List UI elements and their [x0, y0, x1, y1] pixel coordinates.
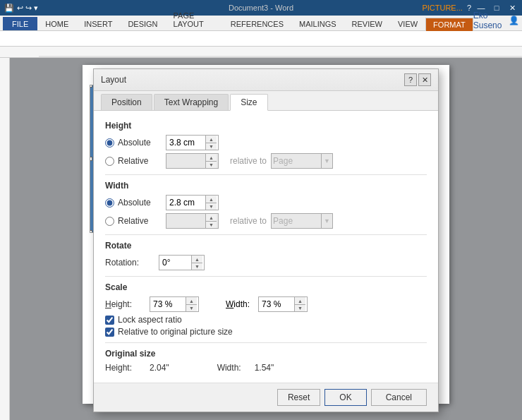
- tab-review[interactable]: REVIEW: [344, 17, 390, 30]
- original-size-row: Height: 2.04" Width: 1.54": [105, 363, 427, 373]
- ribbon-bar: [0, 31, 522, 47]
- dialog-controls: ? ✕: [404, 73, 431, 86]
- scale-h-down[interactable]: ▼: [186, 304, 197, 311]
- height-rel-spin-up: ▲: [206, 154, 217, 161]
- lock-aspect-checkbox[interactable]: [105, 316, 114, 325]
- orig-height-label: Height:: [105, 363, 144, 373]
- width-relative-to-label: relative to: [230, 216, 267, 226]
- original-size-title: Original size: [105, 349, 427, 359]
- width-page-select: Page: [272, 216, 321, 226]
- height-page-select: Page: [272, 156, 321, 166]
- ribbon-tabs: FILE HOME INSERT DESIGN PAGE LAYOUT REFE…: [0, 16, 522, 31]
- rotation-value[interactable]: [159, 257, 191, 268]
- scale-height-value[interactable]: [150, 299, 186, 310]
- height-spin-up[interactable]: ▲: [206, 136, 217, 143]
- ruler: [0, 47, 522, 58]
- height-relative-to-label: relative to: [230, 156, 267, 166]
- dialog-title-bar: Layout ? ✕: [94, 69, 438, 91]
- rotation-input[interactable]: ▲ ▼: [159, 255, 205, 270]
- height-select-arrow: ▼: [321, 154, 332, 168]
- help-btn[interactable]: ?: [467, 4, 471, 12]
- width-relative-label[interactable]: Relative: [105, 216, 162, 226]
- word-icon: 💾: [4, 4, 14, 13]
- scale-width-value[interactable]: [259, 299, 294, 310]
- rotation-row: Rotation: ▲ ▼: [105, 255, 427, 270]
- height-absolute-value[interactable]: [166, 137, 205, 148]
- width-spin-btns[interactable]: ▲ ▼: [205, 196, 217, 210]
- width-spin-up[interactable]: ▲: [206, 196, 217, 203]
- quick-access: ↩ ↪ ▾: [17, 4, 38, 13]
- lock-aspect-label[interactable]: Lock aspect ratio: [105, 315, 427, 325]
- scale-height-spin[interactable]: ▲ ▼: [186, 297, 197, 311]
- scale-w-up[interactable]: ▲: [295, 297, 305, 304]
- tab-view[interactable]: VIEW: [390, 17, 425, 30]
- rotate-section-title: Rotate: [105, 241, 427, 251]
- tab-text-wrapping[interactable]: Text Wrapping: [154, 94, 229, 110]
- dialog-help-btn[interactable]: ?: [404, 73, 417, 86]
- rotation-spin-btns[interactable]: ▲ ▼: [191, 256, 202, 270]
- width-absolute-row: Absolute ▲ ▼: [105, 195, 427, 210]
- user-avatar-icon: 👤: [509, 16, 519, 25]
- orig-width-label: Width:: [217, 363, 249, 373]
- relative-to-original-checkbox[interactable]: [105, 328, 114, 337]
- tab-design[interactable]: DESIGN: [120, 17, 165, 30]
- tab-file[interactable]: FILE: [3, 17, 37, 30]
- width-rel-spin-down: ▼: [206, 221, 217, 228]
- scale-height-label: Height:: [105, 299, 144, 309]
- height-spin-btns[interactable]: ▲ ▼: [205, 136, 217, 150]
- height-divider: [105, 174, 427, 175]
- width-section-title: Width: [105, 181, 427, 191]
- rotation-spin-up[interactable]: ▲: [192, 256, 202, 263]
- width-absolute-value[interactable]: [166, 197, 205, 208]
- scale-h-up[interactable]: ▲: [186, 297, 197, 304]
- height-relative-radio[interactable]: [105, 157, 114, 166]
- height-relative-spin: ▲ ▼: [205, 154, 217, 168]
- width-absolute-input[interactable]: ▲ ▼: [166, 195, 219, 210]
- scale-width-input[interactable]: ▲ ▼: [258, 296, 308, 312]
- layout-dialog: Layout ? ✕ Position Text Wrapping: [93, 68, 439, 412]
- cancel-button[interactable]: Cancel: [371, 389, 427, 406]
- rotation-label: Rotation:: [105, 258, 154, 268]
- width-relative-to-select: Page ▼: [271, 213, 333, 229]
- tab-insert[interactable]: INSERT: [76, 17, 120, 30]
- height-absolute-row: Absolute ▲ ▼: [105, 135, 427, 150]
- orig-width-value: 1.54": [255, 363, 274, 373]
- reset-button[interactable]: Reset: [277, 389, 320, 406]
- dialog-title: Layout: [101, 75, 126, 85]
- width-absolute-label[interactable]: Absolute: [105, 198, 162, 208]
- tab-home[interactable]: HOME: [37, 17, 76, 30]
- height-absolute-radio[interactable]: [105, 138, 114, 148]
- height-relative-label[interactable]: Relative: [105, 156, 162, 166]
- width-spin-down[interactable]: ▼: [206, 203, 217, 210]
- tab-mailings[interactable]: MAILINGS: [291, 17, 344, 30]
- ok-button[interactable]: OK: [324, 389, 366, 406]
- scale-section-title: Scale: [105, 282, 427, 292]
- scale-width-label: Width:: [226, 299, 250, 309]
- scale-width-spin[interactable]: ▲ ▼: [294, 297, 305, 311]
- scale-height-input[interactable]: ▲ ▼: [150, 296, 199, 312]
- tab-size[interactable]: Size: [230, 94, 267, 111]
- tab-format[interactable]: FORMAT: [425, 18, 473, 31]
- width-relative-radio[interactable]: [105, 217, 114, 226]
- height-spin-down[interactable]: ▼: [206, 143, 217, 150]
- width-rel-spin-up: ▲: [206, 214, 217, 221]
- height-absolute-label[interactable]: Absolute: [105, 138, 162, 148]
- width-relative-value: [166, 215, 205, 227]
- tab-references[interactable]: REFERENCES: [223, 17, 291, 30]
- rotation-spin-down[interactable]: ▼: [192, 263, 202, 270]
- tab-position[interactable]: Position: [101, 94, 152, 110]
- relative-to-original-label[interactable]: Relative to original picture size: [105, 327, 427, 337]
- dialog-tabs: Position Text Wrapping Size: [94, 91, 438, 111]
- dialog-footer: Reset OK Cancel: [94, 383, 438, 412]
- scale-row: Height: ▲ ▼ Width:: [105, 296, 427, 312]
- height-absolute-input[interactable]: ▲ ▼: [166, 135, 219, 150]
- height-relative-to-select: Page ▼: [271, 153, 333, 169]
- height-relative-value: [166, 155, 205, 167]
- doc-title: Document3 - Word: [229, 4, 293, 12]
- dialog-close-btn[interactable]: ✕: [418, 73, 431, 86]
- tab-page-layout[interactable]: PAGE LAYOUT: [166, 8, 223, 30]
- scale-w-down[interactable]: ▼: [295, 304, 305, 311]
- width-divider: [105, 234, 427, 235]
- width-absolute-radio[interactable]: [105, 198, 114, 208]
- rotate-divider: [105, 276, 427, 277]
